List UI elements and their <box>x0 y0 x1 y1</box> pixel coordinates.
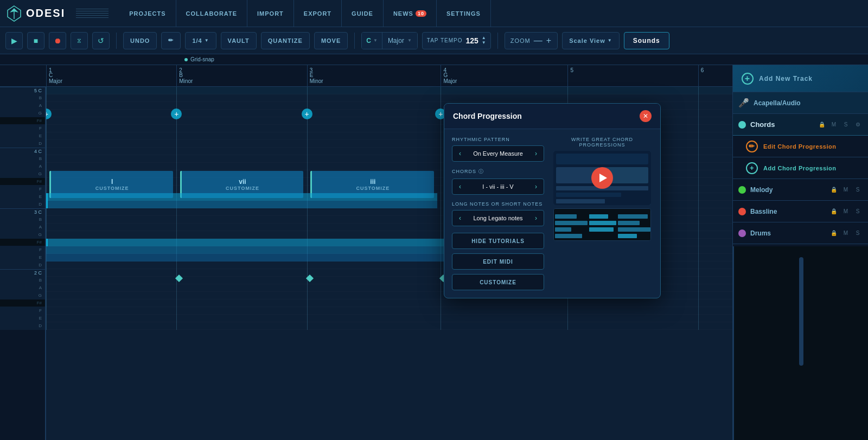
drums-m-btn[interactable]: M <box>841 228 851 238</box>
chords-prev-button[interactable]: ‹ <box>452 179 468 194</box>
key-c4[interactable]: 4 C <box>0 148 45 155</box>
nav-news[interactable]: NEWS 10 <box>384 0 437 27</box>
key-e1[interactable]: E <box>0 315 45 322</box>
rhythmic-next-button[interactable]: › <box>528 146 544 161</box>
melody-track-item[interactable]: Melody 🔒 M S <box>733 179 868 201</box>
chords-lock-btn[interactable]: 🔒 <box>817 120 827 130</box>
hide-tutorials-button[interactable]: HIDE TUTORIALS <box>452 233 544 249</box>
key-fs3[interactable]: F# <box>0 178 45 186</box>
notes-prev-button[interactable]: ‹ <box>452 211 468 226</box>
key-a2[interactable]: A <box>0 224 45 231</box>
key-d1[interactable]: D <box>0 322 45 330</box>
drums-s-btn[interactable]: S <box>853 228 863 238</box>
rhythmic-prev-button[interactable]: ‹ <box>452 146 468 161</box>
drums-track-item[interactable]: Drums 🔒 M S <box>733 222 868 244</box>
add-btn-bar2[interactable]: + <box>171 109 182 119</box>
move-button[interactable]: MOVE <box>314 32 348 49</box>
stop-button[interactable]: ■ <box>27 32 44 49</box>
metronome-button[interactable]: ⧖ <box>71 32 88 49</box>
key-fs2[interactable]: F# <box>0 239 45 246</box>
loop-button[interactable]: ↺ <box>92 32 110 49</box>
key-f4[interactable]: F <box>0 125 45 132</box>
nav-settings[interactable]: SETTINGS <box>437 0 491 27</box>
key-b1[interactable]: B <box>0 277 45 284</box>
key-c3[interactable]: 3 C <box>0 208 45 216</box>
key-c5[interactable]: 5 C <box>0 87 45 94</box>
key-a3[interactable]: A <box>0 163 45 170</box>
bpm-down[interactable]: ▼ <box>482 41 486 45</box>
chords-track-item[interactable]: Chords 🔒 M S ⚙ <box>733 114 868 136</box>
key-e3[interactable]: E <box>0 193 45 201</box>
sounds-button[interactable]: Sounds <box>624 32 669 49</box>
key-letter-button[interactable]: C ▼ <box>362 33 382 49</box>
key-f3[interactable]: F <box>0 186 45 193</box>
key-d4[interactable]: D <box>0 140 45 148</box>
key-g2[interactable]: G <box>0 231 45 239</box>
key-g4[interactable]: G <box>0 110 45 117</box>
acapella-audio-item[interactable]: 🎤 Acapella/Audio <box>733 92 868 114</box>
bpm-value: 125 <box>466 36 478 45</box>
key-e2[interactable]: E <box>0 254 45 262</box>
chord-label-4: G Major <box>443 72 457 84</box>
key-scale-button[interactable]: Major ▼ <box>382 33 417 49</box>
add-new-track-button[interactable]: + Add New Track <box>733 65 868 92</box>
bpm-up[interactable]: ▲ <box>482 36 486 40</box>
key-d3[interactable]: D <box>0 201 45 208</box>
record-button[interactable]: ⏺ <box>49 32 66 49</box>
edit-chord-progression-button[interactable]: ✏ Edit Chord Progression <box>733 136 868 157</box>
nav-import[interactable]: IMPORT <box>247 0 294 27</box>
melody-lock-btn[interactable]: 🔒 <box>829 185 839 195</box>
vault-button[interactable]: VAULT <box>221 32 257 49</box>
zoom-in-button[interactable]: + <box>546 36 552 46</box>
chords-s-btn[interactable]: S <box>841 120 851 130</box>
quantize-button[interactable]: QUANTIZE <box>261 32 310 49</box>
add-chord-progression-button[interactable]: + Add Chord Progression <box>733 157 868 179</box>
key-g1[interactable]: G <box>0 292 45 299</box>
play-button[interactable]: ▶ <box>5 32 23 49</box>
notes-next-button[interactable]: › <box>528 211 544 226</box>
nav-collaborate[interactable]: COLLABORATE <box>176 0 248 27</box>
bassline-m-btn[interactable]: M <box>841 207 851 216</box>
nav-export[interactable]: EXPORT <box>294 0 342 27</box>
key-f1[interactable]: F <box>0 307 45 315</box>
bassline-track-item[interactable]: Bassline 🔒 M S <box>733 201 868 222</box>
note-block-top-2[interactable] <box>46 201 437 208</box>
key-d2[interactable]: D <box>0 262 45 269</box>
pencil-button[interactable]: ✏ <box>161 32 181 49</box>
nav-projects[interactable]: PROJECTS <box>119 0 176 27</box>
key-a1[interactable]: A <box>0 284 45 292</box>
modal-close-button[interactable]: ✕ <box>640 110 652 122</box>
edit-midi-button[interactable]: EDIT MIDI <box>452 253 544 270</box>
undo-button[interactable]: UNDO <box>123 32 157 49</box>
zoom-out-button[interactable]: — <box>534 36 543 46</box>
nav-guide[interactable]: GUIDE <box>342 0 384 27</box>
add-btn-bar3[interactable]: + <box>302 109 312 119</box>
key-fs1[interactable]: F# <box>0 299 45 307</box>
melody-s-btn[interactable]: S <box>853 185 863 195</box>
key-fs4[interactable]: F# <box>0 117 45 125</box>
drums-lock-btn[interactable]: 🔒 <box>829 228 839 238</box>
chords-settings-btn[interactable]: ⚙ <box>853 120 863 130</box>
video-play-button[interactable] <box>591 167 613 189</box>
scale-view-button[interactable]: Scale View ▼ <box>562 32 620 49</box>
key-f2[interactable]: F <box>0 246 45 254</box>
key-b3[interactable]: B <box>0 155 45 163</box>
key-c2[interactable]: 2 C <box>0 269 45 277</box>
key-a4[interactable]: A <box>0 102 45 110</box>
note-block-top-1[interactable] <box>46 193 437 201</box>
chords-m-btn[interactable]: M <box>829 120 839 130</box>
bassline-lock-btn[interactable]: 🔒 <box>829 207 839 216</box>
customize-button[interactable]: CUSTOMIZE <box>452 274 544 290</box>
rhythmic-pattern-value: On Every Measure <box>468 150 528 157</box>
tap-tempo-label[interactable]: TAP TEMPO <box>427 37 463 43</box>
key-b4[interactable]: B <box>0 94 45 102</box>
key-g3[interactable]: G <box>0 170 45 178</box>
melody-m-btn[interactable]: M <box>841 185 851 195</box>
key-e4[interactable]: E <box>0 132 45 140</box>
key-b2[interactable]: B <box>0 216 45 224</box>
chords-next-button[interactable]: › <box>528 179 544 194</box>
right-panel-scrollbar[interactable] <box>799 257 803 366</box>
video-thumbnail[interactable] <box>553 151 651 205</box>
beat-division-button[interactable]: 1/4 ▼ <box>185 32 216 49</box>
bassline-s-btn[interactable]: S <box>853 207 863 216</box>
